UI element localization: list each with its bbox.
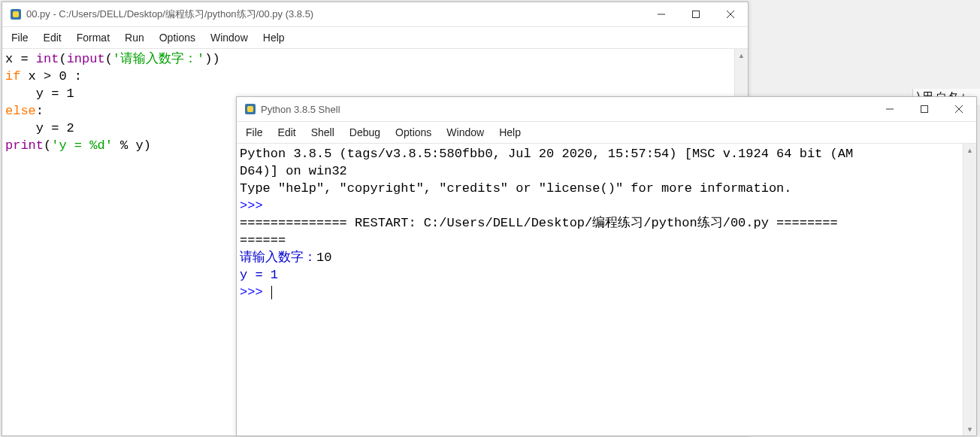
python-file-icon — [10, 8, 22, 20]
shell-restart-line1: ============== RESTART: C:/Users/DELL/De… — [240, 216, 838, 230]
code-line-5: y = 2 — [5, 121, 74, 135]
code-line-1: x = int(input('请输入数字：')) — [5, 52, 220, 66]
shell-prompt: >>> — [240, 199, 271, 213]
editor-window-controls — [644, 2, 748, 26]
shell-output-area[interactable]: Python 3.8.5 (tags/v3.8.5:580fbb0, Jul 2… — [237, 144, 963, 435]
menu-help[interactable]: Help — [492, 125, 528, 140]
code-line-2: if x > 0 : — [5, 69, 82, 83]
shell-titlebar[interactable]: Python 3.8.5 Shell — [237, 97, 976, 122]
menu-format[interactable]: Format — [69, 30, 117, 45]
shell-banner-line2: D64)] on win32 — [240, 164, 347, 178]
maximize-button[interactable] — [679, 2, 713, 26]
menu-help[interactable]: Help — [256, 30, 292, 45]
python-shell-icon — [244, 103, 256, 115]
menu-run[interactable]: Run — [117, 30, 152, 45]
menu-window[interactable]: Window — [439, 125, 492, 140]
shell-banner-line1: Python 3.8.5 (tags/v3.8.5:580fbb0, Jul 2… — [240, 147, 853, 161]
shell-vertical-scrollbar[interactable]: ▲ ▼ — [963, 144, 976, 435]
menu-file[interactable]: File — [238, 125, 271, 140]
svg-rect-9 — [921, 106, 928, 113]
svg-rect-7 — [247, 106, 253, 112]
shell-menubar: File Edit Shell Debug Options Window Hel… — [237, 122, 976, 144]
svg-rect-3 — [693, 11, 700, 18]
menu-debug[interactable]: Debug — [342, 125, 388, 140]
minimize-button[interactable] — [873, 97, 907, 121]
shell-window-title: Python 3.8.5 Shell — [261, 104, 873, 115]
close-button[interactable] — [942, 97, 976, 121]
shell-banner-line3: Type "help", "copyright", "credits" or "… — [240, 181, 792, 196]
menu-file[interactable]: File — [4, 30, 36, 45]
menu-edit[interactable]: Edit — [271, 125, 304, 140]
menu-window[interactable]: Window — [203, 30, 256, 45]
shell-input-line: 请输入数字：10 — [240, 250, 331, 265]
editor-titlebar[interactable]: 00.py - C:/Users/DELL/Desktop/编程练习/pytho… — [2, 2, 748, 27]
scroll-up-icon[interactable]: ▲ — [735, 49, 748, 62]
menu-options[interactable]: Options — [152, 30, 203, 45]
close-button[interactable] — [713, 2, 748, 26]
code-line-6: print('y = %d' % y) — [5, 138, 151, 153]
code-line-3: y = 1 — [5, 86, 74, 101]
text-cursor — [271, 286, 272, 299]
shell-window: Python 3.8.5 Shell File Edit Shell Debug… — [236, 96, 977, 436]
scroll-up-icon[interactable]: ▲ — [963, 144, 976, 156]
shell-window-controls — [873, 97, 976, 121]
editor-window-title: 00.py - C:/Users/DELL/Desktop/编程练习/pytho… — [26, 8, 644, 21]
code-line-4: else: — [5, 104, 44, 118]
shell-current-prompt[interactable]: >>> — [240, 285, 272, 299]
menu-edit[interactable]: Edit — [36, 30, 69, 45]
minimize-button[interactable] — [644, 2, 679, 26]
shell-restart-line2: ====== — [240, 233, 286, 247]
shell-client-area: Python 3.8.5 (tags/v3.8.5:580fbb0, Jul 2… — [237, 144, 976, 435]
maximize-button[interactable] — [907, 97, 942, 121]
shell-output-line: y = 1 — [240, 268, 278, 282]
editor-menubar: File Edit Format Run Options Window Help — [2, 27, 748, 49]
menu-options[interactable]: Options — [388, 125, 439, 140]
menu-shell[interactable]: Shell — [304, 125, 342, 140]
scroll-down-icon[interactable]: ▼ — [963, 423, 976, 435]
svg-rect-1 — [13, 11, 19, 17]
